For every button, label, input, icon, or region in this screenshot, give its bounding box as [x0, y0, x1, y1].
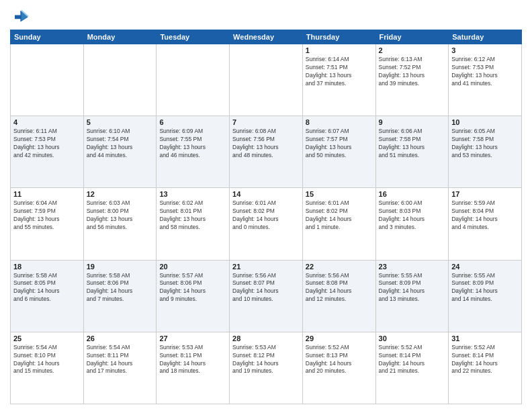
day-number: 5 [87, 118, 154, 126]
weekday-header-tuesday: Tuesday [157, 30, 230, 44]
day-cell: 26Sunrise: 5:54 AM Sunset: 8:11 PM Dayli… [83, 332, 157, 404]
day-info: Sunrise: 6:12 AM Sunset: 7:53 PM Dayligh… [451, 56, 519, 88]
day-info: Sunrise: 6:06 AM Sunset: 7:58 PM Dayligh… [379, 128, 446, 160]
day-info: Sunrise: 5:52 AM Sunset: 8:14 PM Dayligh… [451, 344, 519, 376]
day-number: 31 [451, 334, 519, 342]
day-cell [230, 44, 303, 116]
day-cell: 14Sunrise: 6:01 AM Sunset: 8:02 PM Dayli… [230, 188, 303, 260]
day-cell: 20Sunrise: 5:57 AM Sunset: 8:06 PM Dayli… [157, 260, 230, 332]
day-number: 19 [87, 263, 154, 271]
day-info: Sunrise: 6:04 AM Sunset: 7:59 PM Dayligh… [13, 199, 81, 232]
day-info: Sunrise: 6:07 AM Sunset: 7:57 PM Dayligh… [306, 128, 373, 160]
day-info: Sunrise: 6:11 AM Sunset: 7:53 PM Dayligh… [13, 128, 81, 160]
day-info: Sunrise: 5:59 AM Sunset: 8:04 PM Dayligh… [451, 199, 519, 232]
day-info: Sunrise: 6:01 AM Sunset: 8:02 PM Dayligh… [306, 199, 373, 232]
day-info: Sunrise: 6:10 AM Sunset: 7:54 PM Dayligh… [87, 128, 154, 160]
day-number: 25 [13, 334, 81, 342]
day-number: 30 [379, 334, 446, 342]
day-info: Sunrise: 5:58 AM Sunset: 8:05 PM Dayligh… [13, 272, 81, 304]
day-cell: 4Sunrise: 6:11 AM Sunset: 7:53 PM Daylig… [11, 116, 84, 188]
day-cell: 31Sunrise: 5:52 AM Sunset: 8:14 PM Dayli… [449, 332, 522, 404]
day-number: 22 [306, 263, 373, 271]
day-info: Sunrise: 6:05 AM Sunset: 7:58 PM Dayligh… [451, 128, 519, 160]
day-cell [83, 44, 157, 116]
logo-icon [10, 7, 29, 26]
day-cell: 24Sunrise: 5:55 AM Sunset: 8:09 PM Dayli… [449, 260, 522, 332]
day-cell: 19Sunrise: 5:58 AM Sunset: 8:06 PM Dayli… [83, 260, 157, 332]
day-info: Sunrise: 5:58 AM Sunset: 8:06 PM Dayligh… [87, 272, 154, 304]
day-cell: 12Sunrise: 6:03 AM Sunset: 8:00 PM Dayli… [83, 188, 157, 260]
day-info: Sunrise: 5:53 AM Sunset: 8:11 PM Dayligh… [159, 344, 226, 376]
day-cell: 18Sunrise: 5:58 AM Sunset: 8:05 PM Dayli… [11, 260, 84, 332]
week-row-4: 18Sunrise: 5:58 AM Sunset: 8:05 PM Dayli… [11, 260, 522, 332]
day-number: 17 [451, 190, 519, 198]
week-row-2: 4Sunrise: 6:11 AM Sunset: 7:53 PM Daylig… [11, 116, 522, 188]
day-cell: 30Sunrise: 5:52 AM Sunset: 8:14 PM Dayli… [375, 332, 449, 404]
calendar-page: SundayMondayTuesdayWednesdayThursdayFrid… [0, 0, 532, 411]
day-number: 14 [232, 190, 300, 198]
day-cell: 1Sunrise: 6:14 AM Sunset: 7:51 PM Daylig… [302, 44, 375, 116]
weekday-header-saturday: Saturday [449, 30, 522, 44]
day-number: 6 [159, 118, 226, 126]
day-cell: 6Sunrise: 6:09 AM Sunset: 7:55 PM Daylig… [157, 116, 230, 188]
day-info: Sunrise: 6:14 AM Sunset: 7:51 PM Dayligh… [306, 56, 373, 88]
day-info: Sunrise: 5:54 AM Sunset: 8:10 PM Dayligh… [13, 344, 81, 376]
day-number: 4 [13, 118, 81, 126]
day-info: Sunrise: 5:57 AM Sunset: 8:06 PM Dayligh… [159, 272, 226, 304]
day-number: 29 [306, 334, 373, 342]
day-info: Sunrise: 5:52 AM Sunset: 8:13 PM Dayligh… [306, 344, 373, 376]
week-row-5: 25Sunrise: 5:54 AM Sunset: 8:10 PM Dayli… [11, 332, 522, 404]
day-number: 16 [379, 190, 446, 198]
day-number: 20 [159, 263, 226, 271]
day-info: Sunrise: 5:55 AM Sunset: 8:09 PM Dayligh… [451, 272, 519, 304]
day-cell: 5Sunrise: 6:10 AM Sunset: 7:54 PM Daylig… [83, 116, 157, 188]
day-cell: 13Sunrise: 6:02 AM Sunset: 8:01 PM Dayli… [157, 188, 230, 260]
day-cell: 8Sunrise: 6:07 AM Sunset: 7:57 PM Daylig… [302, 116, 375, 188]
day-cell: 2Sunrise: 6:13 AM Sunset: 7:52 PM Daylig… [375, 44, 449, 116]
week-row-1: 1Sunrise: 6:14 AM Sunset: 7:51 PM Daylig… [11, 44, 522, 116]
day-cell: 17Sunrise: 5:59 AM Sunset: 8:04 PM Dayli… [449, 188, 522, 260]
day-cell: 15Sunrise: 6:01 AM Sunset: 8:02 PM Dayli… [302, 188, 375, 260]
day-number: 1 [306, 46, 373, 54]
day-info: Sunrise: 5:56 AM Sunset: 8:07 PM Dayligh… [232, 272, 300, 304]
day-info: Sunrise: 5:55 AM Sunset: 8:09 PM Dayligh… [379, 272, 446, 304]
day-number: 8 [306, 118, 373, 126]
day-cell: 9Sunrise: 6:06 AM Sunset: 7:58 PM Daylig… [375, 116, 449, 188]
day-number: 9 [379, 118, 446, 126]
day-number: 21 [232, 263, 300, 271]
day-number: 28 [232, 334, 300, 342]
day-number: 27 [159, 334, 226, 342]
day-cell: 22Sunrise: 5:56 AM Sunset: 8:08 PM Dayli… [302, 260, 375, 332]
day-cell: 10Sunrise: 6:05 AM Sunset: 7:58 PM Dayli… [449, 116, 522, 188]
day-number: 13 [159, 190, 226, 198]
logo [10, 7, 30, 26]
day-cell [157, 44, 230, 116]
weekday-header-row: SundayMondayTuesdayWednesdayThursdayFrid… [11, 30, 522, 44]
day-info: Sunrise: 5:52 AM Sunset: 8:14 PM Dayligh… [379, 344, 446, 376]
day-info: Sunrise: 6:08 AM Sunset: 7:56 PM Dayligh… [232, 128, 300, 160]
day-cell: 16Sunrise: 6:00 AM Sunset: 8:03 PM Dayli… [375, 188, 449, 260]
day-info: Sunrise: 5:53 AM Sunset: 8:12 PM Dayligh… [232, 344, 300, 376]
day-number: 26 [87, 334, 154, 342]
day-number: 3 [451, 46, 519, 54]
day-cell: 3Sunrise: 6:12 AM Sunset: 7:53 PM Daylig… [449, 44, 522, 116]
day-number: 7 [232, 118, 300, 126]
weekday-header-thursday: Thursday [302, 30, 375, 44]
day-cell: 7Sunrise: 6:08 AM Sunset: 7:56 PM Daylig… [230, 116, 303, 188]
day-cell: 11Sunrise: 6:04 AM Sunset: 7:59 PM Dayli… [11, 188, 84, 260]
day-info: Sunrise: 6:02 AM Sunset: 8:01 PM Dayligh… [159, 199, 226, 232]
weekday-header-sunday: Sunday [11, 30, 84, 44]
day-number: 15 [306, 190, 373, 198]
weekday-header-wednesday: Wednesday [230, 30, 303, 44]
day-info: Sunrise: 6:00 AM Sunset: 8:03 PM Dayligh… [379, 199, 446, 232]
weekday-header-monday: Monday [83, 30, 157, 44]
day-number: 11 [13, 190, 81, 198]
day-cell: 28Sunrise: 5:53 AM Sunset: 8:12 PM Dayli… [230, 332, 303, 404]
day-cell: 21Sunrise: 5:56 AM Sunset: 8:07 PM Dayli… [230, 260, 303, 332]
day-number: 2 [379, 46, 446, 54]
day-cell: 25Sunrise: 5:54 AM Sunset: 8:10 PM Dayli… [11, 332, 84, 404]
day-number: 23 [379, 263, 446, 271]
week-row-3: 11Sunrise: 6:04 AM Sunset: 7:59 PM Dayli… [11, 188, 522, 260]
header [10, 7, 522, 26]
day-number: 18 [13, 263, 81, 271]
